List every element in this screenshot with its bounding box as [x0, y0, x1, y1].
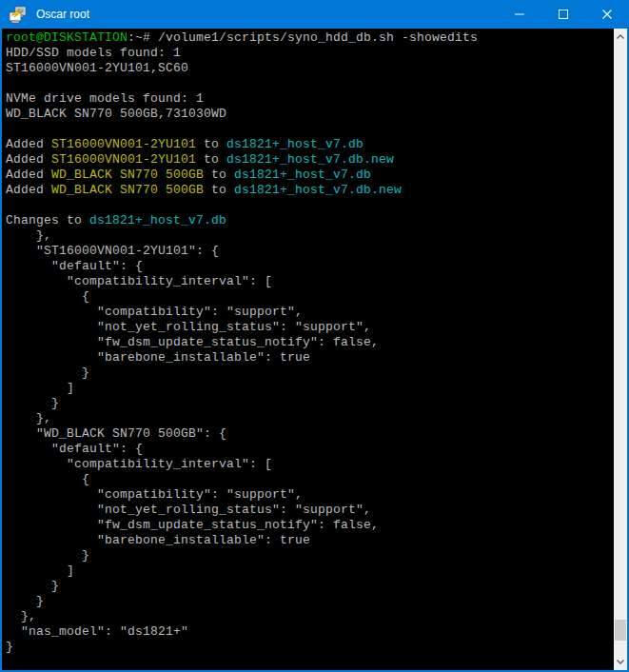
scroll-up-button[interactable] [614, 29, 627, 45]
terminal-line: "WD_BLACK SN770 500GB": { [6, 426, 614, 442]
terminal-line: Added WD_BLACK SN770 500GB to ds1821+_ho… [6, 168, 614, 183]
terminal-line: "compatibility": "support", [6, 487, 614, 503]
terminal-line: "default": { [6, 259, 614, 274]
terminal-line: "fw_dsm_update_status_notify": false, [6, 335, 614, 350]
terminal-line [6, 198, 614, 213]
terminal-line: "not_yet_rolling_status": "support", [6, 320, 614, 335]
terminal-line: }, [6, 411, 614, 426]
terminal-line: ] [6, 381, 614, 396]
terminal-line: "compatibility": "support", [6, 305, 614, 320]
terminal-line: } [6, 396, 614, 411]
terminal-line: } [6, 366, 614, 381]
terminal-line: ] [6, 563, 614, 579]
minimize-button[interactable] [498, 0, 541, 29]
scrollbar-thumb[interactable] [615, 620, 626, 641]
terminal-line: "ST16000VN001-2YU101": { [6, 244, 614, 259]
terminal-line: }, [6, 609, 614, 624]
terminal-line: } [6, 640, 614, 655]
terminal-line: ST16000VN001-2YU101,SC60 [6, 61, 614, 76]
maximize-icon [559, 10, 568, 19]
terminal-line: HDD/SSD models found: 1 [6, 46, 614, 61]
terminal-line: } [6, 594, 614, 609]
putty-terminal-icon [9, 5, 28, 24]
terminal-line: Added ST16000VN001-2YU101 to ds1821+_hos… [6, 137, 614, 152]
scrollbar[interactable] [614, 29, 627, 670]
terminal-line: "barebone_installable": true [6, 533, 614, 548]
terminal-output[interactable]: root@DISKSTATION:~# /volume1/scripts/syn… [2, 29, 614, 670]
terminal-line: Added ST16000VN001-2YU101 to ds1821+_hos… [6, 152, 614, 168]
chevron-down-icon [617, 660, 624, 664]
terminal-line: "default": { [6, 442, 614, 457]
terminal-line: "not_yet_rolling_status": "support", [6, 503, 614, 518]
terminal-line: }, [6, 228, 614, 244]
window-controls [498, 0, 629, 29]
terminal-line [6, 655, 614, 670]
terminal-line: "nas_model": "ds1821+" [6, 624, 614, 640]
terminal-line: "fw_dsm_update_status_notify": false, [6, 518, 614, 533]
terminal-line: } [6, 548, 614, 563]
terminal-line: Changes to ds1821+_host_v7.db [6, 213, 614, 228]
terminal-line: "compatibility_interval": [ [6, 457, 614, 472]
maximize-button[interactable] [541, 0, 585, 29]
close-button[interactable] [585, 0, 629, 29]
scroll-down-button[interactable] [614, 654, 627, 670]
close-icon [602, 10, 612, 19]
terminal-line: Added WD_BLACK SN770 500GB to ds1821+_ho… [6, 183, 614, 198]
terminal-line: "barebone_installable": true [6, 350, 614, 366]
terminal-line: } [6, 579, 614, 594]
terminal-line: { [6, 289, 614, 305]
minimize-icon [515, 10, 524, 19]
terminal-line: WD_BLACK SN770 500GB,731030WD [6, 107, 614, 122]
putty-window: Oscar root root@DISKSTATION:~# /volume1/… [0, 0, 629, 672]
terminal-line [6, 76, 614, 91]
titlebar[interactable]: Oscar root [0, 0, 629, 29]
terminal-line [6, 122, 614, 137]
terminal-line: { [6, 472, 614, 487]
terminal-line: root@DISKSTATION:~# /volume1/scripts/syn… [6, 30, 614, 46]
window-title: Oscar root [36, 8, 498, 21]
chevron-up-icon [617, 34, 624, 39]
terminal-line: "compatibility_interval": [ [6, 274, 614, 289]
terminal-line: NVMe drive models found: 1 [6, 91, 614, 107]
